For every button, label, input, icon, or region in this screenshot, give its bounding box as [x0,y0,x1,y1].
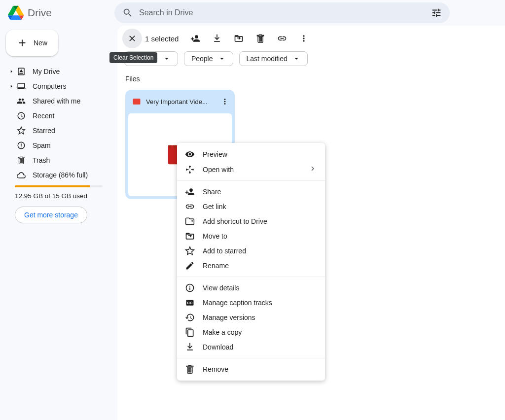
files-section-label: Files [117,73,505,90]
search-bar[interactable] [114,2,450,23]
info-icon [185,283,195,293]
sidebar-item-label: My Drive [33,68,60,75]
mydrive-icon [17,67,26,76]
chevron-down-icon [163,55,171,63]
menu-item-add-shortcut-to-drive[interactable]: Add shortcut to Drive [177,214,325,229]
copy-icon [185,327,195,337]
menu-item-label: Add to starred [203,247,246,255]
sidebar-item-spam[interactable]: Spam [4,138,108,153]
search-options-icon[interactable] [431,7,442,18]
sidebar-item-shared[interactable]: Shared with me [4,94,108,108]
share-button[interactable] [185,29,205,48]
delete-button[interactable] [251,29,270,48]
menu-item-remove[interactable]: Remove [177,362,325,377]
menu-item-add-to-starred[interactable]: Add to starred [177,244,325,258]
history-icon [185,313,195,322]
menu-item-label: Add shortcut to Drive [203,217,267,225]
sidebar-item-trash[interactable]: Trash [4,153,108,168]
search-input[interactable] [133,8,431,17]
video-file-icon [132,97,141,106]
sidebar-item-label: Spam [33,141,51,149]
new-button[interactable]: New [6,30,58,56]
menu-item-download[interactable]: Download [177,340,325,354]
star-icon [17,126,26,135]
selection-count: 1 selected [145,35,179,43]
search-icon[interactable] [122,7,133,18]
trash-icon [185,364,195,374]
menu-item-make-a-copy[interactable]: Make a copy [177,325,325,340]
sidebar-item-label: Storage (86% full) [33,171,88,179]
shared-icon [17,97,26,105]
link-icon [185,202,195,211]
selection-toolbar: 1 selected [117,26,505,51]
eye-icon [185,149,195,159]
open-icon [185,165,195,175]
menu-item-manage-versions[interactable]: Manage versions [177,310,325,325]
menu-item-label: Make a copy [203,328,242,336]
storage-progress-fill [15,185,90,187]
menu-item-manage-caption-tracks[interactable]: Manage caption tracks [177,295,325,310]
menu-item-rename[interactable]: Rename [177,258,325,273]
sidebar-item-computers[interactable]: Computers [4,79,108,94]
person-add-icon [185,187,195,197]
filter-last-modified[interactable]: Last modified [239,51,308,66]
computers-icon [17,82,26,91]
filter-row: File type People Last modified [117,51,505,73]
sidebar-item-starred[interactable]: Starred [4,123,108,138]
sidebar-item-label: Computers [33,82,66,90]
trash-icon [17,156,26,165]
menu-item-label: Get link [203,203,226,210]
sidebar-item-label: Recent [33,112,54,120]
expand-arrow-icon[interactable] [7,67,16,76]
spam-icon [17,141,26,150]
file-more-button[interactable] [218,95,232,108]
more-actions-button[interactable] [294,29,314,48]
menu-item-label: Share [203,188,221,196]
recent-icon [17,111,26,120]
file-context-menu: PreviewOpen withShareGet linkAdd shortcu… [177,143,325,381]
drive-logo[interactable]: Drive [8,5,114,21]
menu-item-preview[interactable]: Preview [177,147,325,162]
menu-item-label: Preview [203,150,227,158]
chevron-down-icon [218,55,226,63]
sidebar-item-recent[interactable]: Recent [4,108,108,123]
menu-item-label: Manage versions [203,314,255,321]
move-to-button[interactable] [229,29,249,48]
caption-icon [185,298,195,308]
expand-arrow-icon[interactable] [7,82,16,91]
rename-icon [185,261,195,271]
get-link-button[interactable] [272,29,292,48]
download-button[interactable] [207,29,227,48]
menu-item-label: Remove [203,365,228,373]
menu-item-open-with[interactable]: Open with [177,162,325,177]
menu-item-label: Download [203,343,233,351]
plus-icon [17,37,28,48]
clear-selection-button[interactable] [122,29,142,48]
move-icon [185,231,195,241]
chevron-down-icon [292,55,300,63]
app-header: Drive [0,0,505,26]
sidebar: New My Drive Computers Shared with me Re… [0,26,114,420]
filter-people[interactable]: People [184,51,233,66]
sidebar-item-label: Shared with me [33,97,80,105]
menu-item-label: View details [203,284,239,292]
get-more-storage-button[interactable]: Get more storage [15,207,87,223]
menu-item-label: Rename [203,262,229,270]
drive-icon [8,5,24,21]
menu-item-view-details[interactable]: View details [177,280,325,295]
star-icon [185,246,195,256]
tooltip-clear-selection: Clear Selection [109,52,157,63]
download-icon [185,342,195,352]
menu-item-label: Manage caption tracks [203,299,272,307]
sidebar-item-storage[interactable]: Storage (86% full) [4,168,108,182]
menu-item-label: Move to [203,232,227,240]
sidebar-item-mydrive[interactable]: My Drive [4,64,108,79]
cloud-icon [17,171,26,179]
menu-item-share[interactable]: Share [177,184,325,199]
menu-item-get-link[interactable]: Get link [177,199,325,214]
sidebar-item-label: Trash [33,156,50,164]
menu-item-move-to[interactable]: Move to [177,229,325,244]
storage-progress-bar [15,185,103,187]
storage-used-text: 12.95 GB of 15 GB used [15,192,108,200]
file-name: Very Important Vide... [146,98,213,105]
